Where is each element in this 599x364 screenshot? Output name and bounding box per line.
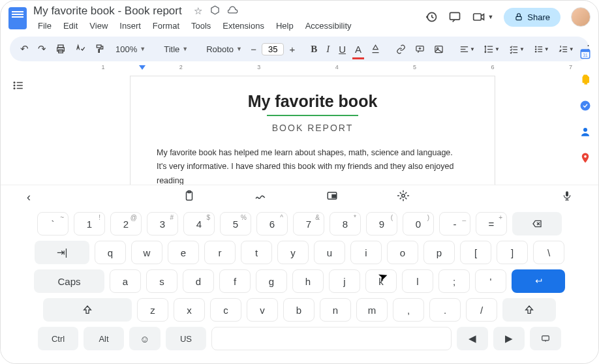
- key-z[interactable]: z: [137, 298, 168, 322]
- spellcheck-button[interactable]: [71, 40, 89, 57]
- key-l[interactable]: l: [402, 269, 433, 293]
- kb-back-icon[interactable]: ‹: [27, 190, 31, 204]
- font-increase-button[interactable]: +: [285, 40, 299, 58]
- tasks-icon[interactable]: [579, 100, 591, 112]
- menu-edit[interactable]: Edit: [59, 19, 82, 33]
- key-s[interactable]: s: [146, 269, 177, 293]
- key-hide-keyboard[interactable]: [530, 327, 561, 350]
- kb-clipboard-icon[interactable]: [183, 190, 195, 205]
- history-icon[interactable]: [425, 10, 438, 23]
- font-size-input[interactable]: 35: [262, 43, 284, 55]
- key-0[interactable]: 0): [403, 212, 434, 235]
- share-button[interactable]: Share: [504, 8, 561, 27]
- font-decrease-button[interactable]: −: [247, 40, 260, 58]
- key-caps[interactable]: Caps: [34, 269, 104, 293]
- key-backspace[interactable]: [512, 212, 562, 235]
- key-=[interactable]: =+: [476, 212, 507, 235]
- key-h[interactable]: h: [292, 269, 324, 293]
- key-m[interactable]: m: [356, 298, 388, 322]
- menu-insert[interactable]: Insert: [115, 19, 146, 33]
- key-enter[interactable]: [512, 269, 565, 293]
- key-ctrl[interactable]: Ctrl: [38, 327, 78, 350]
- zoom-dropdown[interactable]: 100%▼: [110, 42, 151, 57]
- key-c[interactable]: c: [210, 298, 241, 322]
- key-8[interactable]: 8*: [330, 212, 361, 235]
- key-p[interactable]: p: [423, 241, 455, 264]
- checklist-button[interactable]: ▼: [505, 41, 529, 57]
- key-lang[interactable]: US: [166, 327, 206, 350]
- text-color-button[interactable]: A: [351, 40, 365, 58]
- menu-extensions[interactable]: Extensions: [218, 19, 269, 33]
- document-page[interactable]: My favorite book BOOK REPORT My favorite…: [130, 76, 495, 187]
- key-shift-right[interactable]: [502, 298, 556, 322]
- meet-icon[interactable]: ▼: [472, 10, 493, 23]
- menu-tools[interactable]: Tools: [187, 19, 215, 33]
- print-button[interactable]: [52, 40, 70, 57]
- key-d[interactable]: d: [183, 269, 214, 293]
- key-9[interactable]: 9(: [366, 212, 397, 235]
- calendar-icon[interactable]: 31: [579, 48, 591, 59]
- kb-float-icon[interactable]: [326, 190, 339, 205]
- contacts-icon[interactable]: [579, 126, 591, 138]
- key-tab[interactable]: ⇥|: [35, 241, 89, 264]
- key-2[interactable]: 2@: [110, 212, 142, 235]
- docs-logo-icon[interactable]: [8, 7, 27, 29]
- document-title[interactable]: My favorite book - Book report: [33, 5, 182, 17]
- key-r[interactable]: r: [204, 241, 236, 264]
- key-7[interactable]: 7&: [293, 212, 324, 235]
- menu-file[interactable]: File: [33, 19, 56, 33]
- key-o[interactable]: o: [387, 241, 418, 264]
- key-1[interactable]: 1!: [74, 212, 105, 235]
- menu-format[interactable]: Format: [148, 19, 184, 33]
- key-shift-left[interactable]: [43, 298, 132, 322]
- font-dropdown[interactable]: Roboto▼: [201, 42, 239, 57]
- ruler[interactable]: 1 2 3 4 5 6 7: [27, 64, 572, 74]
- key-space[interactable]: [211, 327, 452, 350]
- key-;[interactable]: ;: [438, 269, 470, 293]
- italic-button[interactable]: I: [322, 40, 333, 58]
- key-q[interactable]: q: [95, 241, 126, 264]
- key-3[interactable]: 3#: [147, 212, 178, 235]
- key-/[interactable]: /: [466, 298, 497, 322]
- key-t[interactable]: t: [241, 241, 272, 264]
- key-left[interactable]: ◀: [457, 327, 488, 350]
- key-'[interactable]: ': [475, 269, 506, 293]
- key-e[interactable]: e: [168, 241, 199, 264]
- key-\[interactable]: \: [533, 241, 564, 264]
- kb-settings-icon[interactable]: [397, 190, 409, 205]
- kb-mic-icon[interactable]: [562, 189, 572, 205]
- key-v[interactable]: v: [247, 298, 278, 322]
- key--[interactable]: -_: [439, 212, 470, 235]
- star-icon[interactable]: ☆: [194, 5, 202, 17]
- key-alt[interactable]: Alt: [84, 327, 124, 350]
- redo-button[interactable]: ↷: [34, 40, 50, 58]
- cloud-status-icon[interactable]: [228, 5, 239, 17]
- link-button[interactable]: [392, 41, 410, 57]
- key-4[interactable]: 4$: [183, 212, 215, 235]
- comments-icon[interactable]: [448, 10, 461, 23]
- align-button[interactable]: ▼: [455, 41, 479, 57]
- key-g[interactable]: g: [256, 269, 287, 293]
- highlight-button[interactable]: [367, 41, 384, 57]
- underline-button[interactable]: U: [335, 40, 350, 58]
- key-k[interactable]: k: [365, 269, 397, 293]
- bulleted-list-button[interactable]: ▼: [530, 41, 553, 57]
- outline-icon[interactable]: [12, 82, 24, 93]
- key-,[interactable]: ,: [393, 298, 424, 322]
- key-b[interactable]: b: [283, 298, 315, 322]
- avatar[interactable]: [571, 7, 591, 27]
- key-w[interactable]: w: [131, 241, 162, 264]
- key-n[interactable]: n: [320, 298, 351, 322]
- key-y[interactable]: y: [277, 241, 309, 264]
- bold-button[interactable]: B: [307, 40, 321, 58]
- paint-format-button[interactable]: [91, 40, 109, 57]
- keep-icon[interactable]: [579, 74, 591, 85]
- key-.[interactable]: .: [429, 298, 461, 322]
- maps-icon[interactable]: [579, 152, 591, 164]
- key-`[interactable]: `~: [37, 212, 69, 235]
- style-dropdown[interactable]: Title▼: [159, 42, 193, 57]
- key-u[interactable]: u: [314, 241, 345, 264]
- key-i[interactable]: i: [350, 241, 382, 264]
- menu-view[interactable]: View: [85, 19, 112, 33]
- menu-accessibility[interactable]: Accessibility: [301, 19, 356, 33]
